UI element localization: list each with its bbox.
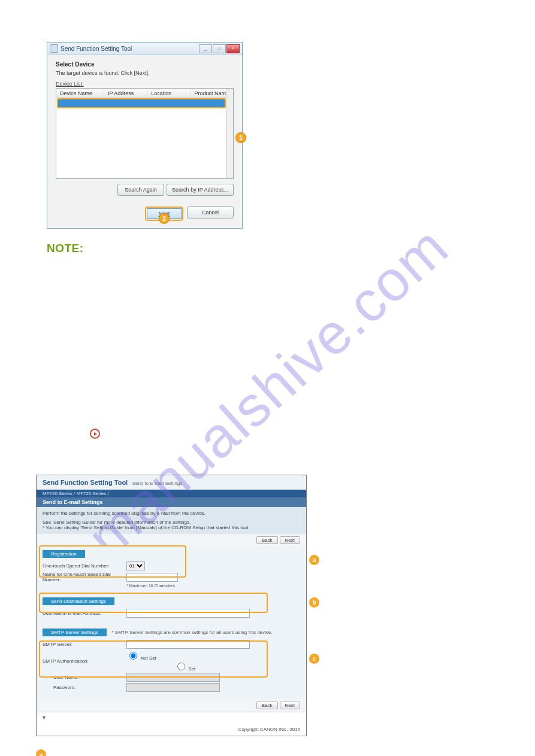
panel-heading: Send to E-mail Settings [37, 497, 306, 507]
smtp-server-input[interactable] [126, 640, 250, 649]
device-list-header: Device Name IP Address Location Product … [56, 89, 233, 98]
smtp-auth-set-radio[interactable] [177, 663, 185, 670]
smtp-auth-label: SMTP Authentication: [43, 658, 126, 664]
smtp-pass-input [126, 683, 220, 692]
copyright-text: Copyright CANON INC. 2015 [37, 723, 306, 736]
callout-letter-a: a [309, 555, 319, 565]
smtp-heading: SMTP Server Settings [43, 629, 107, 636]
one-touch-number-label: One-touch Speed Dial Number: [43, 563, 126, 569]
send-destination-section: b Send Destination Settings Destination … [37, 594, 306, 625]
dest-email-input[interactable] [126, 609, 250, 618]
next-button-bottom[interactable]: Next [280, 702, 300, 709]
cancel-button[interactable]: Cancel [187, 207, 234, 218]
intro-text-1: Perform the settings for sending scanned… [43, 511, 300, 516]
breadcrumb: MF720 Series / MF720 Series / [37, 490, 306, 497]
callout-1: 1 [235, 132, 246, 143]
search-again-button[interactable]: Search Again [117, 184, 164, 196]
section-marker-a: a [36, 749, 46, 756]
next-button-top[interactable]: Next [280, 536, 300, 544]
smtp-user-input [126, 673, 220, 682]
one-touch-name-input[interactable] [126, 573, 178, 582]
col-location: Location [147, 90, 191, 96]
smtp-auth-options: Not Set Set [126, 650, 195, 672]
back-button-bottom[interactable]: Back [256, 702, 278, 709]
registration-heading: Registration [43, 550, 85, 558]
select-device-dialog: Send Function Setting Tool _ □ × Select … [47, 42, 243, 229]
device-list-label: Device List: [56, 81, 234, 87]
window-title: Send Function Setting Tool [61, 45, 199, 52]
smtp-user-label: User Name: [53, 675, 126, 680]
intro-text-2: See 'Send Setting Guide' for more detail… [43, 520, 300, 525]
smtp-pass-label: Password: [53, 685, 126, 690]
play-icon [90, 429, 100, 439]
back-button-top[interactable]: Back [256, 536, 278, 544]
select-device-screenshot: Send Function Setting Tool _ □ × Select … [36, 42, 243, 229]
name-hint: * Maximum 16 Characters [126, 584, 300, 588]
callout-letter-b: b [309, 597, 319, 608]
dest-email-label: Destination E-mail Address: [43, 611, 126, 616]
dialog-subtext: The target device is found. Click [Next]… [56, 70, 234, 76]
col-ip-address: IP Address [104, 90, 147, 96]
selected-device-row[interactable] [57, 98, 226, 108]
smtp-note: * SMTP Server Settings are common settin… [112, 630, 273, 635]
smtp-section: c SMTP Server Settings * SMTP Server Set… [37, 625, 306, 699]
smtp-auth-notset-radio[interactable] [129, 652, 137, 660]
dialog-heading: Select Device [56, 61, 234, 68]
close-button[interactable]: × [226, 44, 240, 53]
send-destination-heading: Send Destination Settings [43, 597, 114, 605]
web-page-subtitle: Send to E-mail Settings [132, 481, 183, 486]
device-list[interactable]: Device Name IP Address Location Product … [56, 88, 234, 179]
search-by-ip-button[interactable]: Search by IP Address... [167, 184, 234, 196]
app-icon [50, 44, 58, 53]
step-reference [90, 429, 100, 439]
list-scrollbar[interactable] [226, 89, 233, 178]
email-settings-screenshot: Send Function Setting Tool Send to E-mai… [36, 475, 307, 736]
callout-letter-c: c [309, 654, 319, 664]
web-page-title: Send Function Setting Tool [43, 479, 128, 486]
callout-2: 2 [159, 213, 170, 224]
registration-section: a Registration One-touch Speed Dial Numb… [37, 546, 306, 594]
maximize-button[interactable]: □ [213, 44, 226, 53]
note-heading: NOTE: [47, 242, 499, 255]
col-device-name: Device Name [56, 90, 104, 96]
minimize-button[interactable]: _ [199, 44, 212, 53]
one-touch-name-label: Name for One-touch Speed Dial Number: [43, 572, 126, 582]
intro-text-3: * You can display 'Send Setting Guide' f… [43, 525, 300, 530]
smtp-server-label: SMTP Server: [43, 642, 126, 647]
one-touch-number-select[interactable]: 01 [126, 561, 145, 570]
window-titlebar: Send Function Setting Tool _ □ × [47, 42, 242, 55]
expand-icon[interactable]: ▼ [41, 715, 47, 721]
